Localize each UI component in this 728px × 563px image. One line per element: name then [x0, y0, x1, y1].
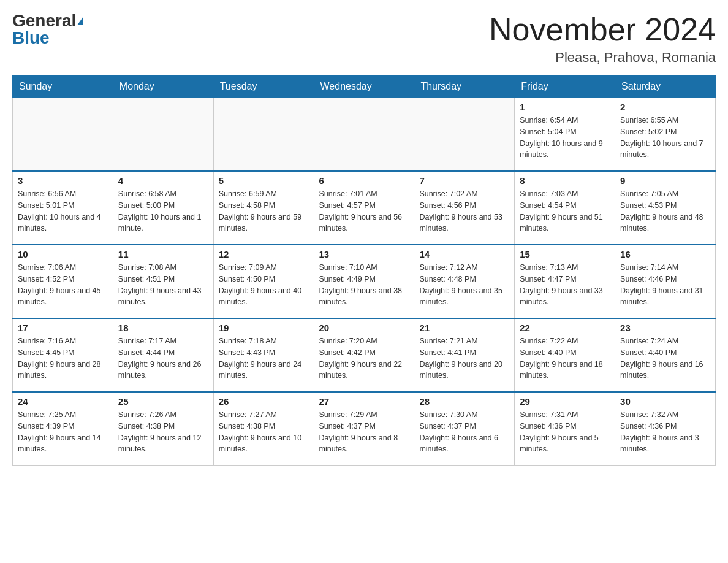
calendar-cell: 27Sunrise: 7:29 AM Sunset: 4:37 PM Dayli…: [314, 392, 414, 465]
calendar-cell: 6Sunrise: 7:01 AM Sunset: 4:57 PM Daylig…: [314, 171, 414, 245]
weekday-header-saturday: Saturday: [615, 76, 716, 98]
calendar-cell: 18Sunrise: 7:17 AM Sunset: 4:44 PM Dayli…: [113, 318, 213, 392]
calendar-cell: 8Sunrise: 7:03 AM Sunset: 4:54 PM Daylig…: [515, 171, 615, 245]
calendar-cell: 9Sunrise: 7:05 AM Sunset: 4:53 PM Daylig…: [615, 171, 716, 245]
calendar-cell: 21Sunrise: 7:21 AM Sunset: 4:41 PM Dayli…: [414, 318, 515, 392]
day-info: Sunrise: 6:56 AM Sunset: 5:01 PM Dayligh…: [18, 188, 108, 234]
weekday-header-friday: Friday: [515, 76, 615, 98]
calendar-cell: 19Sunrise: 7:18 AM Sunset: 4:43 PM Dayli…: [213, 318, 314, 392]
logo-blue-text: Blue: [12, 29, 50, 47]
calendar-cell: 17Sunrise: 7:16 AM Sunset: 4:45 PM Dayli…: [13, 318, 113, 392]
calendar-cell: 22Sunrise: 7:22 AM Sunset: 4:40 PM Dayli…: [515, 318, 615, 392]
calendar-cell: 26Sunrise: 7:27 AM Sunset: 4:38 PM Dayli…: [213, 392, 314, 465]
day-number: 2: [620, 102, 710, 112]
day-info: Sunrise: 7:21 AM Sunset: 4:41 PM Dayligh…: [419, 335, 509, 381]
day-number: 5: [219, 175, 309, 186]
weekday-header-monday: Monday: [113, 76, 213, 98]
calendar-cell: 5Sunrise: 6:59 AM Sunset: 4:58 PM Daylig…: [213, 171, 314, 245]
calendar-cell: [314, 98, 414, 171]
day-number: 10: [18, 249, 108, 259]
calendar-table: SundayMondayTuesdayWednesdayThursdayFrid…: [12, 75, 716, 466]
day-number: 14: [419, 249, 509, 259]
calendar-cell: 1Sunrise: 6:54 AM Sunset: 5:04 PM Daylig…: [515, 98, 615, 171]
calendar-week-row: 10Sunrise: 7:06 AM Sunset: 4:52 PM Dayli…: [13, 245, 716, 318]
calendar-cell: [13, 98, 113, 171]
calendar-cell: 28Sunrise: 7:30 AM Sunset: 4:37 PM Dayli…: [414, 392, 515, 465]
weekday-header-thursday: Thursday: [414, 76, 515, 98]
day-info: Sunrise: 7:31 AM Sunset: 4:36 PM Dayligh…: [520, 409, 610, 455]
calendar-cell: 20Sunrise: 7:20 AM Sunset: 4:42 PM Dayli…: [314, 318, 414, 392]
logo-triangle-icon: [77, 17, 83, 25]
day-number: 16: [620, 249, 710, 259]
day-number: 4: [118, 175, 208, 186]
day-info: Sunrise: 7:18 AM Sunset: 4:43 PM Dayligh…: [219, 335, 309, 381]
title-block: November 2024 Pleasa, Prahova, Romania: [489, 12, 716, 66]
day-number: 18: [118, 323, 208, 333]
day-number: 3: [18, 175, 108, 186]
calendar-cell: 3Sunrise: 6:56 AM Sunset: 5:01 PM Daylig…: [13, 171, 113, 245]
day-number: 6: [319, 175, 409, 186]
day-number: 20: [319, 323, 409, 333]
calendar-cell: 2Sunrise: 6:55 AM Sunset: 5:02 PM Daylig…: [615, 98, 716, 171]
day-number: 23: [620, 323, 710, 333]
calendar-cell: [113, 98, 213, 171]
calendar-cell: 7Sunrise: 7:02 AM Sunset: 4:56 PM Daylig…: [414, 171, 515, 245]
calendar-cell: 11Sunrise: 7:08 AM Sunset: 4:51 PM Dayli…: [113, 245, 213, 318]
day-info: Sunrise: 7:20 AM Sunset: 4:42 PM Dayligh…: [319, 335, 409, 381]
day-info: Sunrise: 7:27 AM Sunset: 4:38 PM Dayligh…: [219, 409, 309, 455]
day-info: Sunrise: 7:14 AM Sunset: 4:46 PM Dayligh…: [620, 262, 710, 308]
calendar-week-row: 24Sunrise: 7:25 AM Sunset: 4:39 PM Dayli…: [13, 392, 716, 465]
day-info: Sunrise: 7:12 AM Sunset: 4:48 PM Dayligh…: [419, 262, 509, 308]
day-number: 29: [520, 396, 610, 407]
calendar-cell: 12Sunrise: 7:09 AM Sunset: 4:50 PM Dayli…: [213, 245, 314, 318]
day-number: 9: [620, 175, 710, 186]
calendar-cell: [414, 98, 515, 171]
day-info: Sunrise: 6:58 AM Sunset: 5:00 PM Dayligh…: [118, 188, 208, 234]
day-number: 8: [520, 175, 610, 186]
calendar-cell: 10Sunrise: 7:06 AM Sunset: 4:52 PM Dayli…: [13, 245, 113, 318]
calendar-cell: 13Sunrise: 7:10 AM Sunset: 4:49 PM Dayli…: [314, 245, 414, 318]
day-info: Sunrise: 7:16 AM Sunset: 4:45 PM Dayligh…: [18, 335, 108, 381]
day-number: 24: [18, 396, 108, 407]
calendar-week-row: 17Sunrise: 7:16 AM Sunset: 4:45 PM Dayli…: [13, 318, 716, 392]
day-info: Sunrise: 7:06 AM Sunset: 4:52 PM Dayligh…: [18, 262, 108, 308]
day-info: Sunrise: 7:24 AM Sunset: 4:40 PM Dayligh…: [620, 335, 710, 381]
day-info: Sunrise: 7:09 AM Sunset: 4:50 PM Dayligh…: [219, 262, 309, 308]
day-number: 26: [219, 396, 309, 407]
location-title: Pleasa, Prahova, Romania: [489, 50, 716, 66]
calendar-cell: 15Sunrise: 7:13 AM Sunset: 4:47 PM Dayli…: [515, 245, 615, 318]
calendar-cell: 25Sunrise: 7:26 AM Sunset: 4:38 PM Dayli…: [113, 392, 213, 465]
day-info: Sunrise: 7:25 AM Sunset: 4:39 PM Dayligh…: [18, 409, 108, 455]
logo: General Blue: [12, 12, 83, 47]
day-info: Sunrise: 7:03 AM Sunset: 4:54 PM Dayligh…: [520, 188, 610, 234]
weekday-header-sunday: Sunday: [13, 76, 113, 98]
day-number: 30: [620, 396, 710, 407]
day-number: 21: [419, 323, 509, 333]
calendar-cell: [213, 98, 314, 171]
day-number: 28: [419, 396, 509, 407]
day-info: Sunrise: 7:22 AM Sunset: 4:40 PM Dayligh…: [520, 335, 610, 381]
day-number: 15: [520, 249, 610, 259]
calendar-cell: 23Sunrise: 7:24 AM Sunset: 4:40 PM Dayli…: [615, 318, 716, 392]
day-number: 27: [319, 396, 409, 407]
day-info: Sunrise: 6:59 AM Sunset: 4:58 PM Dayligh…: [219, 188, 309, 234]
calendar-cell: 4Sunrise: 6:58 AM Sunset: 5:00 PM Daylig…: [113, 171, 213, 245]
day-number: 7: [419, 175, 509, 186]
day-number: 25: [118, 396, 208, 407]
day-number: 12: [219, 249, 309, 259]
weekday-header-wednesday: Wednesday: [314, 76, 414, 98]
day-info: Sunrise: 7:10 AM Sunset: 4:49 PM Dayligh…: [319, 262, 409, 308]
logo-general-text: General: [12, 12, 76, 29]
day-info: Sunrise: 6:55 AM Sunset: 5:02 PM Dayligh…: [620, 115, 710, 161]
day-number: 11: [118, 249, 208, 259]
day-info: Sunrise: 7:17 AM Sunset: 4:44 PM Dayligh…: [118, 335, 208, 381]
day-info: Sunrise: 7:32 AM Sunset: 4:36 PM Dayligh…: [620, 409, 710, 455]
day-info: Sunrise: 7:26 AM Sunset: 4:38 PM Dayligh…: [118, 409, 208, 455]
day-number: 17: [18, 323, 108, 333]
month-title: November 2024: [489, 12, 716, 47]
day-info: Sunrise: 7:29 AM Sunset: 4:37 PM Dayligh…: [319, 409, 409, 455]
day-info: Sunrise: 7:05 AM Sunset: 4:53 PM Dayligh…: [620, 188, 710, 234]
day-number: 1: [520, 102, 610, 112]
calendar-week-row: 3Sunrise: 6:56 AM Sunset: 5:01 PM Daylig…: [13, 171, 716, 245]
calendar-cell: 14Sunrise: 7:12 AM Sunset: 4:48 PM Dayli…: [414, 245, 515, 318]
